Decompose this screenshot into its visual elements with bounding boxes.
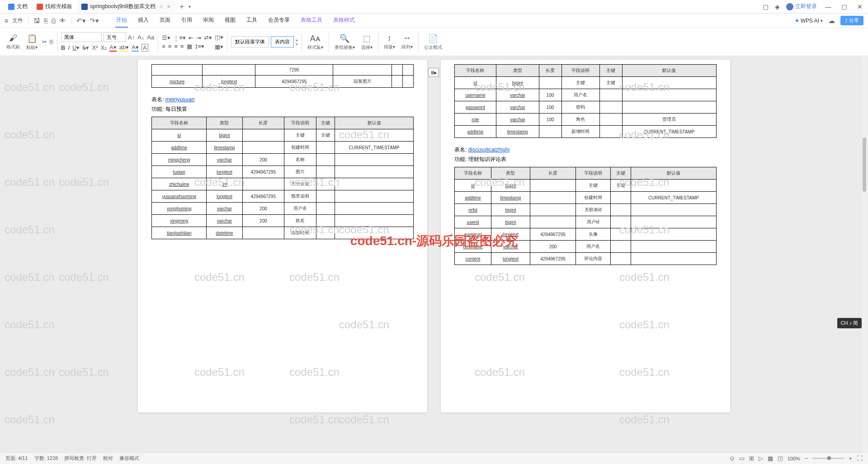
char-box-icon[interactable]: A xyxy=(142,44,148,52)
view5-icon[interactable]: ▦ xyxy=(768,455,773,462)
login-button[interactable]: 立即登录 xyxy=(786,3,817,10)
zoom-slider[interactable] xyxy=(812,458,844,459)
strike-icon[interactable]: S̶▾ xyxy=(82,44,89,51)
italic-icon[interactable]: I xyxy=(68,44,70,51)
border-icon[interactable]: ▦▾ xyxy=(215,43,223,50)
indent-left-icon[interactable]: ⇤ xyxy=(189,34,193,41)
sort-h[interactable]: ↔排列▾ xyxy=(400,33,415,50)
compat-mode[interactable]: 兼容模式 xyxy=(119,455,139,462)
tab-tools[interactable]: 工具 xyxy=(245,14,258,28)
doc-mode[interactable]: 📄公文模式 xyxy=(422,33,444,51)
shading-icon[interactable]: ◫▾ xyxy=(215,34,223,41)
doc-mode-icon: 📄 xyxy=(428,33,438,43)
print-icon[interactable]: ⎙ xyxy=(52,17,56,24)
paste-group[interactable]: 📋粘贴▾ xyxy=(24,33,39,51)
view1-icon[interactable]: ⊙ xyxy=(730,455,735,462)
word-count[interactable]: 字数: 1228 xyxy=(34,455,58,462)
share-button[interactable]: ⤴ 分享 xyxy=(840,16,863,25)
cloud-icon[interactable]: ☁ xyxy=(828,17,835,25)
tab-icon[interactable]: ⇄▾ xyxy=(204,34,212,41)
font-shrink-icon[interactable]: A↓ xyxy=(137,34,144,41)
zoom-in-icon[interactable]: + xyxy=(849,455,852,462)
page-indicator[interactable]: 页面: 4/11 xyxy=(5,455,28,462)
file-menu[interactable]: 文件 xyxy=(12,17,23,24)
align-center-icon[interactable]: ≡ xyxy=(168,43,172,50)
spell-check[interactable]: 拼写检查: 打开 xyxy=(64,455,97,462)
style-table-content[interactable]: 表内容 xyxy=(271,36,294,47)
tab-docs[interactable]: 文档 xyxy=(4,1,32,13)
close-window-button[interactable]: ✕ xyxy=(855,3,864,10)
tab-close-icon[interactable]: × xyxy=(167,3,171,10)
tab-current-doc[interactable]: springbootvj9n8数据库文档○× xyxy=(77,1,175,13)
style-up-icon[interactable]: ▴ xyxy=(296,38,298,42)
scroll-thumb[interactable] xyxy=(863,137,866,192)
document-area[interactable]: 7295rpicturelongtext4294967295回复图片 表名: m… xyxy=(0,56,868,452)
subscript-icon[interactable]: X₂ xyxy=(100,44,107,51)
align-right-icon[interactable]: ≡ xyxy=(174,43,178,50)
underline-icon[interactable]: U▾ xyxy=(72,44,80,51)
font-size-select[interactable]: 五号 xyxy=(104,32,126,42)
select-group[interactable]: ⬚选择▾ xyxy=(359,33,374,51)
nav-tag-icon[interactable]: ⊞▸ xyxy=(428,68,439,77)
table-row: yonghumingvarchar200用户名 xyxy=(152,203,414,215)
fullscreen-icon[interactable]: ⛶ xyxy=(857,455,863,462)
font-name-select[interactable]: 黑体 xyxy=(61,32,102,42)
tab-review[interactable]: 审阅 xyxy=(202,14,215,28)
view3-icon[interactable]: ⊞ xyxy=(749,455,754,462)
view4-icon[interactable]: ▷ xyxy=(759,455,763,462)
bold-icon[interactable]: B xyxy=(61,44,65,51)
align-left-icon[interactable]: ≡ xyxy=(162,43,165,50)
close-icon[interactable]: ○ xyxy=(160,3,163,10)
superscript-icon[interactable]: X² xyxy=(92,44,98,51)
style-down-icon[interactable]: ▾ xyxy=(296,42,298,47)
copy-icon[interactable]: ⎘ xyxy=(50,38,53,45)
font-color-icon[interactable]: A▾ xyxy=(109,44,117,52)
distribute-icon[interactable]: ▦ xyxy=(187,43,192,50)
add-tab-button[interactable]: + xyxy=(175,3,188,11)
tab-template[interactable]: 找框壳模板 xyxy=(32,1,77,13)
tab-insert[interactable]: 插入 xyxy=(137,14,150,28)
preview-icon[interactable]: 👁 xyxy=(59,17,66,24)
style-default-para[interactable]: 默认段落字体 xyxy=(231,36,269,47)
window-mode-icon[interactable]: ▢ xyxy=(763,3,769,10)
maximize-button[interactable]: ▢ xyxy=(840,3,849,10)
font-effect-icon[interactable]: A▾ xyxy=(132,44,139,52)
format-brush-group[interactable]: 🖌格式刷 xyxy=(5,33,22,50)
font-grow-icon[interactable]: A↑ xyxy=(128,34,135,41)
proofing[interactable]: 校对 xyxy=(103,455,113,462)
styles-set[interactable]: Aᴀ样式集▾ xyxy=(306,33,325,51)
tab-view[interactable]: 视图 xyxy=(224,14,236,28)
export-icon[interactable]: ⎘ xyxy=(44,17,48,24)
clear-format-icon[interactable]: Aa xyxy=(147,34,154,41)
tab-table-style[interactable]: 表格样式 xyxy=(332,14,356,28)
sort-v[interactable]: ↕排版▾ xyxy=(382,33,397,50)
number-icon[interactable]: ⋮≡▾ xyxy=(173,34,186,41)
tab-page[interactable]: 页面 xyxy=(159,14,171,28)
view6-icon[interactable]: ◫ xyxy=(778,455,783,462)
cube-icon[interactable]: ◈ xyxy=(775,3,780,10)
bullet-icon[interactable]: ☰▾ xyxy=(162,34,170,41)
tab-vip[interactable]: 会员专享 xyxy=(267,14,291,28)
save-icon[interactable]: 🖫 xyxy=(33,17,40,24)
indent-right-icon[interactable]: ⇥ xyxy=(196,34,201,41)
zoom-out-icon[interactable]: − xyxy=(805,455,808,462)
wps-ai-button[interactable]: ✦WPS AI▾ xyxy=(795,18,823,24)
zoom-level[interactable]: 100% xyxy=(788,456,800,461)
minimize-button[interactable]: — xyxy=(823,3,833,10)
tab-start[interactable]: 开始 xyxy=(115,14,128,28)
vertical-scrollbar[interactable] xyxy=(862,56,867,452)
brush-icon: 🖌 xyxy=(9,33,17,43)
redo-icon[interactable]: ↷▾ xyxy=(90,17,99,25)
find-replace[interactable]: 🔍查找替换▾ xyxy=(333,33,357,51)
cut-icon[interactable]: ✂ xyxy=(42,38,47,45)
highlight-icon[interactable]: ab▾ xyxy=(119,44,129,52)
align-justify-icon[interactable]: ≡ xyxy=(180,43,184,50)
tab-dropdown-icon[interactable]: ▾ xyxy=(189,4,191,9)
table-left-main: 字段名称类型长度字段说明主键默认值idbigint主键主键addtimetime… xyxy=(151,117,414,239)
menu-icon[interactable]: ≡ xyxy=(5,17,9,24)
line-spacing-icon[interactable]: ‡≡▾ xyxy=(195,43,205,50)
tab-table-tools[interactable]: 表格工具 xyxy=(300,14,323,28)
tab-ref[interactable]: 引用 xyxy=(180,14,193,28)
undo-icon[interactable]: ↶▾ xyxy=(76,17,86,25)
view2-icon[interactable]: ▭ xyxy=(739,455,745,462)
